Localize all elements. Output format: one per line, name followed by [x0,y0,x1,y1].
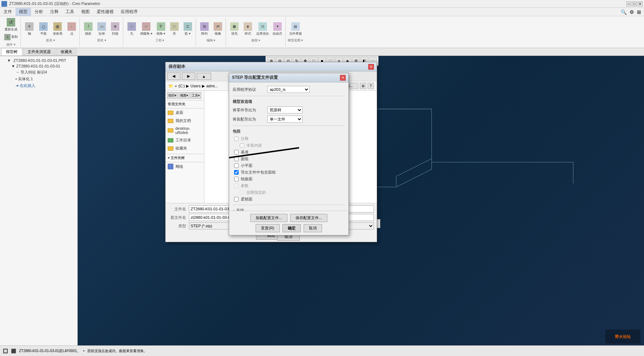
menu-flex[interactable]: 柔性建模 [93,8,117,16]
title-bar-controls[interactable]: ─ □ ✕ [626,1,643,6]
settings-icon[interactable]: ⚙ [630,9,634,15]
menu-file[interactable]: 文件 [0,8,16,16]
minimize-button[interactable]: ─ [626,1,631,6]
rib-icon: ⊏ [184,22,192,31]
params-checkbox[interactable] [234,183,239,188]
tb-style-btn[interactable]: ◈ 样式 [242,22,254,37]
tb-scan-btn[interactable]: ⊗ 扫描 [109,22,121,37]
tab-folder-browser[interactable]: 文件夹浏览器 [23,48,55,56]
assembly-export-select[interactable]: 单一文件 多文件 [267,116,303,123]
parts-export-select[interactable]: 照原样 曲面 线框 [267,106,303,113]
sidebar-view-btn[interactable]: 视图▾ [179,92,190,99]
tb-draft-btn[interactable]: ∇ 倒角 ▾ [155,22,167,37]
main-toolbar: ↺ 重新生成 ⎘ 复制 操作 ▾ ✛ 轴 ◇ 平面 ⊕ 坐标系 [0,16,644,48]
network-label: 网络 [175,164,183,169]
sidebar-mydocs[interactable]: 我的文档 [166,117,204,125]
dialog-step-close[interactable]: ✕ [340,75,346,81]
menu-analysis[interactable]: 分析 [31,8,47,16]
status-icon2: ⬛ [11,349,16,354]
plane-label: 平面 [40,31,47,36]
workdir-label: 工作目录 [175,138,191,143]
tab-model-tree[interactable]: 模型树 [1,48,22,56]
dialog-forward-btn[interactable]: ▶ [182,72,195,80]
tb-array-btn[interactable]: ⊞ 阵列 [198,22,211,37]
sidebar-network[interactable]: 网络 [166,162,204,171]
close-button[interactable]: ✕ [638,1,643,6]
menu-view[interactable]: 视图 [78,8,93,16]
favorites-label: 收藏夹 [175,146,187,151]
save-config-btn[interactable]: 保存配置文件... [290,214,327,222]
tb-axis-btn[interactable]: ✛ 轴 [23,22,36,37]
quilt-text: 面组 [241,156,249,162]
tb-rebuild-btn[interactable]: ↺ 重新生成 [3,17,19,33]
advanced-section[interactable]: + 高级 [233,208,345,211]
watermark-text: 野火论坛 [615,334,631,339]
style-icon: ◈ [244,22,252,31]
tree-item-solidify[interactable]: ▪ 实体化 1 [1,76,76,82]
point-label: 点 [70,31,73,36]
extrude-label: 拉伸 [99,31,105,36]
step-reset-btn[interactable]: 里置(R) [256,224,279,232]
tree-item-main[interactable]: ▼ ZT2880-K01-01-01-03-01.PRT [1,58,76,63]
dialog-up-btn[interactable]: ▲ [197,73,211,80]
load-config-btn[interactable]: 加载配置文件... [250,214,287,222]
tb-element-interface-btn[interactable]: ▤ 元件界面 [288,22,303,37]
tb-chamfer-btn[interactable]: ⌐ 倒圆角 ▾ [139,22,154,37]
window-title: ZT2880-K01-01-01-03-01 (活动的) - Creo Para… [9,1,100,6]
tab-favorites[interactable]: 收藏夹 [56,48,77,56]
expand-icon[interactable]: ⊞ [637,9,641,15]
step-cancel-btn[interactable]: 取消 [304,224,322,232]
toolbar-group-operations: ↺ 重新生成 ⎘ 复制 操作 ▾ [1,18,21,47]
coord-label: 坐标系 [53,31,62,36]
tb-freestyle-btn[interactable]: ✦ 自由式 [271,22,284,37]
datum-checkbox[interactable] [234,150,239,154]
tb-mirror-btn[interactable]: ⇌ 镜像 [211,22,224,37]
tb-extrude-btn[interactable]: ▭ 拉伸 [95,22,108,37]
tb-rib-btn[interactable]: ⊏ 筋 ▾ [181,22,194,37]
includes-label: 包括 [233,129,345,134]
tb-plane-btn[interactable]: ◇ 平面 [37,22,50,37]
sidebar-favorites[interactable]: 收藏夹 [166,144,204,152]
tree-item-sub1[interactable]: ▼ ZT2880-K01-01-01-03-01 [1,63,76,69]
maximize-button[interactable]: □ [632,1,637,6]
tb-copy-btn[interactable]: ⎘ 复制 [3,33,19,41]
sidebar-tools-btn[interactable]: 工具▾ [190,92,201,99]
step-ok-btn[interactable]: 确定 [282,224,301,232]
export-quilt-checkbox[interactable] [234,170,239,175]
path-toolbar-icon[interactable]: ⚙ [360,83,366,89]
path-help-icon[interactable]: ? [368,83,374,89]
sidebar-desktop[interactable]: 桌面 [166,109,204,117]
cb-params: 参数 [233,183,345,188]
favorites-icon [168,146,173,151]
tree-item-insert[interactable]: ➜ 在此插入 [1,82,76,89]
menu-tools[interactable]: 工具 [62,8,78,16]
tb-boundary-btn[interactable]: ⊡ 边界混合 [255,22,270,37]
tb-coord-btn[interactable]: ⊕ 坐标系 [51,22,64,37]
tb-fill-btn[interactable]: ▦ 填充 [228,22,241,37]
sidebar-group-btn[interactable]: 组织▾ [167,92,178,99]
tree-item-import[interactable]: → 导入特征 标识4 [1,69,76,76]
sidebar-desktop-uf[interactable]: desktop-uf6sfeb [166,125,204,136]
sidebar-workdir[interactable]: 工作目录 [166,136,204,144]
protocol-select[interactable]: ap203_is ap214 [267,86,310,93]
flexible-checkbox[interactable] [234,197,239,202]
plane-icon: ◇ [39,22,48,31]
tb-hole-btn[interactable]: ○ 孔 [125,22,138,37]
facet-checkbox[interactable] [234,163,239,168]
shell-icon: □ [170,22,179,31]
tb-jump-btn[interactable]: ⤴ 跳跃 [82,22,95,37]
sirf-checkbox[interactable] [234,177,239,181]
menu-annotation[interactable]: 注释 [47,8,62,16]
tb-shell-btn[interactable]: □ 壳 [168,22,181,37]
dialog-save-close[interactable]: ✕ [368,64,374,70]
model-tree: ▼ ZT2880-K01-01-01-03-01.PRT ▼ ZT2880-K0… [0,56,77,91]
dialog-back-btn[interactable]: ◀ [167,72,180,80]
designated-checkbox[interactable] [240,190,244,195]
copy-label: 复制 [11,35,18,39]
tb-point-btn[interactable]: · 点 [65,22,78,37]
annotation-checkbox[interactable] [234,136,239,141]
search-icon[interactable]: 🔍 [621,9,627,15]
menu-model[interactable]: 模型 [16,8,31,16]
menu-app[interactable]: 应用程序 [117,8,141,16]
richcontent-checkbox[interactable] [240,143,244,148]
